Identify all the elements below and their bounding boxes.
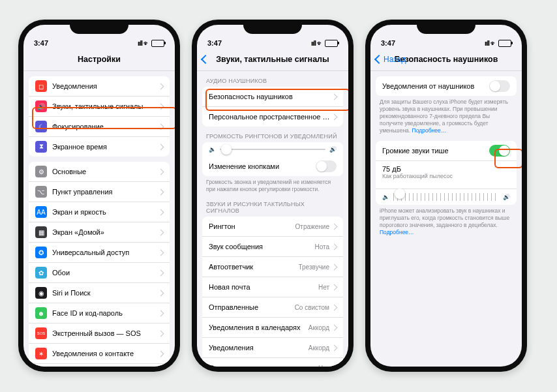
headphone-notifications-label: Уведомления от наушников <box>382 82 489 90</box>
chevron-right-icon <box>158 249 164 256</box>
list-row[interactable]: Персональное пространственное ау… <box>202 107 343 127</box>
row-label: Звук сообщения <box>209 243 314 250</box>
wifi-icon: ᯤ <box>490 40 497 47</box>
row-label: Уведомления <box>209 344 309 352</box>
list-row[interactable]: АвтоответчикТрезвучие <box>202 257 343 277</box>
row-value: Аккорд <box>309 324 329 331</box>
status-time: 3:47 <box>207 39 222 47</box>
chevron-right-icon <box>158 123 164 130</box>
row-label: Уведомления <box>52 82 158 90</box>
change-with-buttons-row[interactable]: Изменение кнопками <box>202 157 343 176</box>
list-row[interactable]: Новая почтаНет <box>202 277 343 297</box>
speaker-high-icon: 🔊 <box>329 146 337 153</box>
settings-row[interactable]: AAЭкран и яркость <box>29 202 170 222</box>
chevron-right-icon <box>158 143 164 150</box>
chevron-right-icon <box>158 209 164 215</box>
settings-row[interactable]: ▦Экран «Домой» <box>29 222 170 243</box>
row-label: Обои <box>52 269 158 277</box>
row-label: Основные <box>52 168 158 175</box>
settings-row[interactable]: ▮Аккумулятор <box>29 364 170 367</box>
headphone-audio-group: Безопасность наушниковПерсональное прост… <box>202 87 343 127</box>
notch <box>70 20 128 34</box>
settings-group-2: ⚙Основные⌥Пункт управленияAAЭкран и ярко… <box>29 162 170 367</box>
headphone-notifications-toggle[interactable] <box>489 80 510 92</box>
settings-row[interactable]: 🔊Звуки, тактильные сигналы <box>29 97 170 117</box>
row-label: Отклик клавиатуры <box>209 364 318 367</box>
row-label: Персональное пространственное ау… <box>209 113 332 121</box>
status-time: 3:47 <box>34 39 48 47</box>
row-label: Пункт управления <box>52 188 158 196</box>
speaker-low-icon: 🔈 <box>209 146 216 153</box>
row-icon: ▦ <box>35 226 47 238</box>
row-label: Face ID и код-пароль <box>52 309 158 317</box>
wifi-icon: ᯤ <box>143 40 150 47</box>
chevron-right-icon <box>158 168 164 175</box>
settings-row[interactable]: ☻Face ID и код-пароль <box>29 303 170 324</box>
ringer-slider[interactable] <box>220 149 325 150</box>
back-button[interactable] <box>202 56 209 63</box>
row-label: Новая почта <box>209 283 318 291</box>
signal-icon: ııll <box>485 40 489 47</box>
row-label: Автоответчик <box>209 263 299 271</box>
learn-more-link[interactable]: Подробнее… <box>412 127 447 134</box>
headphone-notifications-row[interactable]: Уведомления от наушников <box>376 76 517 96</box>
chevron-right-icon <box>158 83 164 89</box>
list-row[interactable]: УведомленияАккорд <box>202 338 343 358</box>
signal-icon: ııll <box>138 40 142 47</box>
reduce-loud-sounds-toggle[interactable] <box>489 145 510 157</box>
db-slider-row[interactable]: 🔈 🔊 <box>376 189 517 205</box>
change-with-buttons-toggle[interactable] <box>316 160 337 172</box>
battery-icon <box>498 40 511 47</box>
chevron-back-icon <box>201 55 210 64</box>
db-description: Как работающий пылесос <box>382 173 453 179</box>
nav-bar: Звуки, тактильные сигналы <box>197 48 348 71</box>
settings-row[interactable]: ✪Универсальный доступ <box>29 243 170 263</box>
reduce-loud-sounds-label: Громкие звуки тише <box>382 147 489 155</box>
chevron-back-icon <box>374 55 384 64</box>
settings-row[interactable]: ⌥Пункт управления <box>29 182 170 202</box>
page-title: Звуки, тактильные сигналы <box>216 55 329 64</box>
settings-row[interactable]: ✶Уведомления о контакте <box>29 344 170 364</box>
settings-row[interactable]: ✿Обои <box>29 263 170 283</box>
nav-bar: Назад Безопасность наушников <box>370 48 522 71</box>
row-icon: ✪ <box>35 247 47 258</box>
row-icon: ✶ <box>35 348 47 359</box>
db-level-row: 75 дБ Как работающий пылесос <box>376 161 517 189</box>
list-row[interactable]: Отклик клавиатурыНет <box>202 358 343 367</box>
notif-footer: Для защиты Вашего слуха iPhone будет изм… <box>370 96 522 136</box>
settings-row[interactable]: ⧗Экранное время <box>29 137 170 157</box>
settings-row[interactable]: ⚙Основные <box>29 162 170 182</box>
row-icon: ☾ <box>35 121 47 132</box>
row-icon: ⌥ <box>35 186 47 198</box>
settings-group-1: ◻Уведомления🔊Звуки, тактильные сигналы☾Ф… <box>29 76 170 157</box>
row-label: Рингтон <box>209 222 295 230</box>
row-value: Отражение <box>295 223 329 230</box>
settings-row[interactable]: ◻Уведомления <box>29 76 170 97</box>
settings-row[interactable]: SOSЭкстренный вызов — SOS <box>29 324 170 344</box>
row-label: Безопасность наушников <box>209 93 332 100</box>
list-row[interactable]: Уведомления в календаряхАккорд <box>202 318 343 338</box>
settings-row[interactable]: ☾Фокусирование <box>29 117 170 137</box>
list-row[interactable]: Безопасность наушников <box>202 87 343 107</box>
list-row[interactable]: ОтправленныеСо свистом <box>202 297 343 318</box>
reduce-loud-sounds-row[interactable]: Громкие звуки тише <box>376 141 517 161</box>
chevron-right-icon <box>331 324 338 331</box>
learn-more-link-2[interactable]: Подробнее… <box>380 229 414 235</box>
change-with-buttons-label: Изменение кнопками <box>209 162 316 170</box>
chevron-right-icon <box>158 188 164 195</box>
chevron-right-icon <box>331 223 338 230</box>
page-title: Безопасность наушников <box>395 55 498 64</box>
back-button[interactable]: Назад <box>376 55 406 64</box>
wifi-icon: ᯤ <box>317 40 324 47</box>
row-label: Siri и Поиск <box>52 289 158 297</box>
db-slider[interactable] <box>393 193 499 201</box>
phone-settings: 3:47 ııll ᯤ Настройки ◻Уведомления🔊Звуки… <box>18 20 180 372</box>
list-row[interactable]: Звук сообщенияНота <box>202 237 343 257</box>
page-title: Настройки <box>78 55 121 64</box>
speaker-high-icon: 🔊 <box>503 194 510 200</box>
ringer-slider-row[interactable]: 🔈 🔊 <box>202 142 343 157</box>
settings-row[interactable]: ◉Siri и Поиск <box>29 283 170 303</box>
list-row[interactable]: РингтонОтражение <box>202 217 343 237</box>
row-label: Отправленные <box>209 303 295 311</box>
phone-sounds: 3:47 ııll ᯤ Звуки, тактильные сигналы АУ… <box>192 20 354 372</box>
